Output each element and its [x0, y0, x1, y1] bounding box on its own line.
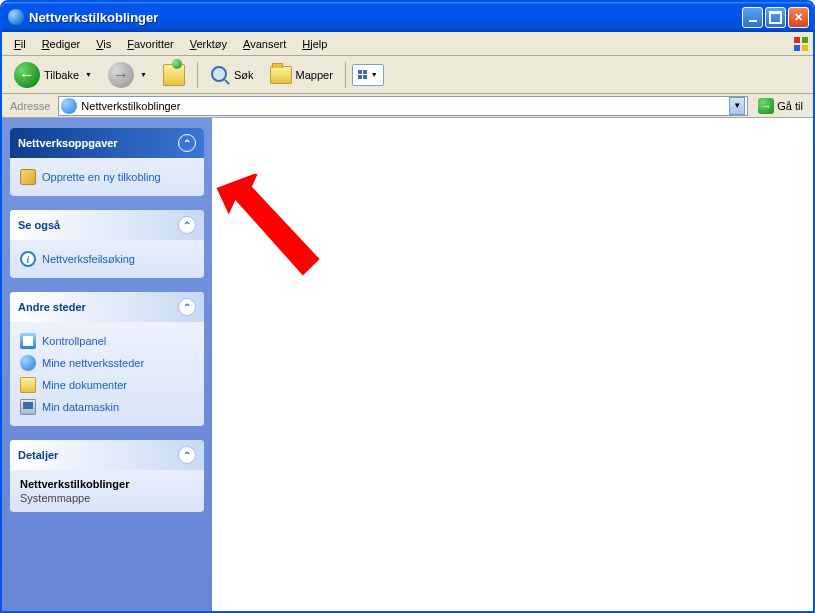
title-bar: Nettverkstilkoblinger — [2, 2, 813, 32]
menu-favorites[interactable]: Favoritter — [119, 35, 181, 53]
panel-header-see-also[interactable]: Se også ⌃ — [10, 210, 204, 240]
go-button[interactable]: → Gå til — [752, 96, 809, 116]
maximize-button[interactable] — [765, 7, 786, 28]
link-my-computer[interactable]: Min datamaskin — [20, 396, 194, 418]
details-type: Systemmappe — [20, 492, 194, 504]
documents-icon — [20, 377, 36, 393]
menu-help[interactable]: Hjelp — [294, 35, 335, 53]
sidebar: Nettverksoppgaver ⌃ Opprette en ny tilko… — [2, 118, 212, 611]
up-button[interactable] — [157, 60, 191, 90]
info-icon: i — [20, 251, 36, 267]
collapse-icon[interactable]: ⌃ — [178, 446, 196, 464]
address-value: Nettverkstilkoblinger — [81, 100, 729, 112]
address-label: Adresse — [6, 100, 54, 112]
address-dropdown-icon[interactable]: ▼ — [729, 97, 745, 115]
search-icon — [210, 65, 230, 85]
menu-advanced[interactable]: Avansert — [235, 35, 294, 53]
back-icon — [14, 62, 40, 88]
minimize-button[interactable] — [742, 7, 763, 28]
back-dropdown-icon[interactable]: ▼ — [85, 71, 92, 78]
forward-button[interactable]: ▼ — [102, 58, 153, 92]
collapse-icon[interactable]: ⌃ — [178, 216, 196, 234]
folders-icon — [270, 66, 292, 84]
search-button[interactable]: Søk — [204, 61, 260, 89]
content-area: Nettverksoppgaver ⌃ Opprette en ny tilko… — [2, 118, 813, 611]
svg-rect-0 — [794, 37, 800, 43]
menu-view[interactable]: Vis — [88, 35, 119, 53]
panel-other-places: Andre steder ⌃ Kontrollpanel Mine nettve… — [10, 292, 204, 426]
globe-icon — [61, 98, 77, 114]
panel-header-details[interactable]: Detaljer ⌃ — [10, 440, 204, 470]
main-content — [212, 118, 813, 611]
menu-edit[interactable]: Rediger — [34, 35, 89, 53]
address-input[interactable]: Nettverkstilkoblinger ▼ — [58, 96, 748, 116]
folder-up-icon — [163, 64, 185, 86]
go-arrow-icon: → — [758, 98, 774, 114]
computer-icon — [20, 399, 36, 415]
forward-dropdown-icon[interactable]: ▼ — [140, 71, 147, 78]
panel-network-tasks: Nettverksoppgaver ⌃ Opprette en ny tilko… — [10, 128, 204, 196]
separator — [345, 62, 346, 88]
views-icon — [358, 70, 367, 79]
panel-header-network-tasks[interactable]: Nettverksoppgaver ⌃ — [10, 128, 204, 158]
window-title: Nettverkstilkoblinger — [29, 10, 742, 25]
close-button[interactable] — [788, 7, 809, 28]
link-network-places[interactable]: Mine nettverkssteder — [20, 352, 194, 374]
collapse-icon[interactable]: ⌃ — [178, 298, 196, 316]
menu-bar: Fil Rediger Vis Favoritter Verktøy Avans… — [2, 32, 813, 56]
folders-button[interactable]: Mapper — [264, 62, 339, 88]
panel-details: Detaljer ⌃ Nettverkstilkoblinger Systemm… — [10, 440, 204, 512]
menu-tools[interactable]: Verktøy — [182, 35, 235, 53]
views-button[interactable]: ▼ — [352, 64, 384, 86]
svg-rect-2 — [794, 45, 800, 51]
windows-flag-icon — [791, 34, 811, 54]
control-panel-icon — [20, 333, 36, 349]
svg-rect-3 — [802, 45, 808, 51]
details-name: Nettverkstilkoblinger — [20, 478, 194, 490]
address-bar: Adresse Nettverkstilkoblinger ▼ → Gå til — [2, 94, 813, 118]
app-icon — [8, 9, 24, 25]
link-my-documents[interactable]: Mine dokumenter — [20, 374, 194, 396]
panel-header-other-places[interactable]: Andre steder ⌃ — [10, 292, 204, 322]
svg-rect-1 — [802, 37, 808, 43]
forward-icon — [108, 62, 134, 88]
link-network-troubleshoot[interactable]: i Nettverksfeilsøking — [20, 248, 194, 270]
toolbar: Tilbake ▼ ▼ Søk Mapper ▼ — [2, 56, 813, 94]
svg-marker-4 — [212, 174, 328, 277]
network-places-icon — [20, 355, 36, 371]
link-create-new-connection[interactable]: Opprette en ny tilkobling — [20, 166, 194, 188]
wizard-icon — [20, 169, 36, 185]
back-button[interactable]: Tilbake ▼ — [8, 58, 98, 92]
menu-file[interactable]: Fil — [6, 35, 34, 53]
panel-see-also: Se også ⌃ i Nettverksfeilsøking — [10, 210, 204, 278]
link-control-panel[interactable]: Kontrollpanel — [20, 330, 194, 352]
collapse-icon[interactable]: ⌃ — [178, 134, 196, 152]
separator — [197, 62, 198, 88]
annotation-arrow-icon — [212, 174, 332, 294]
